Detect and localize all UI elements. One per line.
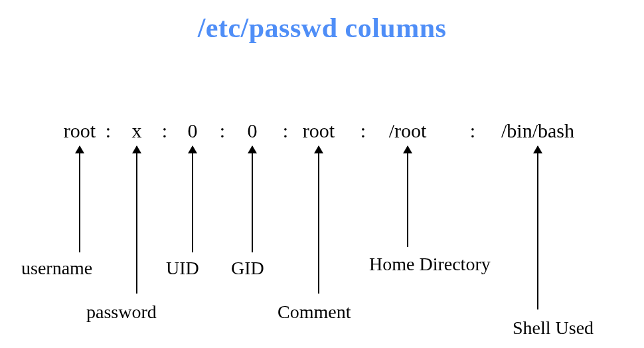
field-separator: : bbox=[153, 120, 177, 142]
passwd-field: root bbox=[58, 120, 101, 142]
passwd-field: /bin/bash bbox=[496, 120, 580, 142]
field-label: UID bbox=[166, 258, 199, 279]
annotation-arrow bbox=[537, 146, 538, 309]
field-label: GID bbox=[231, 258, 264, 279]
diagram-canvas: /etc/passwd columns root:usernamex:passw… bbox=[0, 0, 644, 348]
annotation-arrow bbox=[192, 146, 193, 252]
field-separator: : bbox=[461, 120, 485, 142]
field-label: Comment bbox=[278, 302, 351, 323]
field-label: password bbox=[86, 302, 157, 323]
diagram-title: /etc/passwd columns bbox=[0, 12, 644, 44]
annotation-arrow bbox=[79, 146, 80, 252]
passwd-field: 0 bbox=[242, 120, 263, 142]
annotation-arrow bbox=[318, 146, 319, 294]
annotation-arrow bbox=[136, 146, 137, 294]
annotation-arrow bbox=[252, 146, 253, 252]
annotation-arrow bbox=[407, 146, 408, 247]
passwd-field: x bbox=[127, 120, 147, 142]
field-label: Home Directory bbox=[369, 254, 491, 275]
passwd-field: root bbox=[297, 120, 340, 142]
field-separator: : bbox=[274, 120, 297, 142]
field-label: username bbox=[21, 258, 92, 279]
passwd-field: 0 bbox=[183, 120, 203, 142]
field-separator: : bbox=[210, 120, 234, 142]
field-separator: : bbox=[351, 120, 375, 142]
passwd-field: /root bbox=[384, 120, 432, 142]
field-label: Shell Used bbox=[513, 317, 594, 339]
field-separator: : bbox=[96, 120, 120, 142]
